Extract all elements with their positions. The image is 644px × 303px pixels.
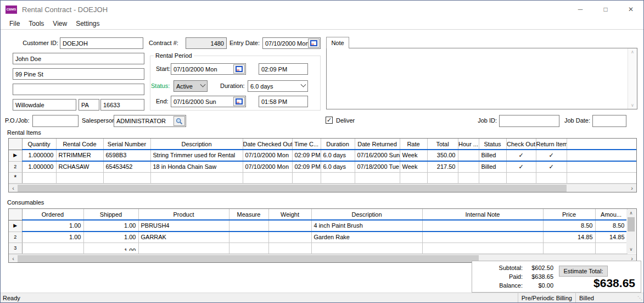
grid-cell[interactable]: ✓ (536, 161, 567, 173)
column-header[interactable]: Total (427, 139, 458, 150)
row-selector[interactable]: 2 (9, 161, 22, 173)
row-selector-header[interactable] (9, 209, 22, 220)
grid-cell[interactable]: ✓ (536, 150, 567, 161)
grid-cell[interactable]: RCHASAW (56, 161, 103, 173)
grid-cell[interactable]: 6.0 days (321, 150, 355, 161)
column-header[interactable]: Shipped (83, 209, 138, 220)
grid-cell[interactable] (243, 173, 292, 184)
job-date-input[interactable] (592, 115, 626, 127)
grid-cell[interactable]: GARRAK (138, 232, 229, 243)
column-header[interactable]: Price (543, 209, 595, 220)
grid-cell[interactable]: 8.50 (595, 220, 627, 232)
column-header[interactable]: Return Item (536, 139, 567, 150)
grid-cell[interactable]: 14.85 (595, 232, 627, 243)
grid-cell[interactable] (103, 173, 150, 184)
column-header[interactable]: Rate (400, 139, 427, 150)
menu-file[interactable]: File (5, 19, 24, 29)
grid-cell[interactable]: 1.00 (22, 220, 83, 232)
grid-cell[interactable] (22, 243, 83, 254)
column-header[interactable]: Check Out (506, 139, 536, 150)
table-row[interactable]: ▶1.001.00PBRUSH44 inch Paint Brush8.508.… (9, 220, 627, 232)
column-header[interactable]: Serial Number (103, 139, 150, 150)
grid-cell[interactable]: 14.85 (543, 232, 595, 243)
row-selector-header[interactable] (9, 139, 22, 150)
grid-cell[interactable] (22, 173, 56, 184)
customer-id-input[interactable]: DOEJOH (60, 37, 143, 49)
grid-cell[interactable] (268, 232, 311, 243)
column-header[interactable]: Status (479, 139, 506, 150)
entry-date-calendar-button[interactable] (308, 38, 320, 48)
rental-items-hscrollbar[interactable]: ‹ › (9, 184, 636, 192)
grid-cell[interactable]: Billed (479, 161, 506, 173)
column-header[interactable]: Product (138, 209, 229, 220)
deliver-checkbox[interactable]: ✓ (326, 117, 333, 124)
row-selector[interactable]: ▶ (9, 220, 22, 232)
address1-input[interactable]: 99 Pine St (13, 68, 144, 80)
grid-cell[interactable]: 1.00 (83, 220, 138, 232)
grid-cell[interactable]: ✓ (506, 150, 536, 161)
grid-cell[interactable] (595, 243, 627, 254)
row-selector[interactable]: 3 (9, 243, 22, 254)
column-header[interactable]: Duration (321, 139, 355, 150)
scrollbar-thumb[interactable] (628, 217, 635, 232)
entry-date-input[interactable]: 07/10/2000 Mon (262, 37, 321, 49)
grid-cell[interactable] (229, 220, 268, 232)
maximize-icon[interactable]: □ (593, 1, 618, 18)
scroll-right-icon[interactable]: › (628, 184, 636, 192)
duration-dropdown[interactable]: 6.0 days (248, 80, 308, 92)
grid-cell[interactable]: PBRUSH4 (138, 220, 229, 232)
grid-cell[interactable]: 65453452 (103, 161, 150, 173)
grid-cell[interactable] (311, 243, 422, 254)
scrollbar-thumb[interactable] (18, 255, 479, 262)
scroll-up-icon[interactable]: ∧ (630, 210, 633, 217)
grid-cell[interactable] (229, 232, 268, 243)
grid-cell[interactable] (479, 173, 506, 184)
grid-cell[interactable] (355, 173, 400, 184)
grid-cell[interactable] (543, 243, 595, 254)
grid-cell[interactable]: 6.0 days (321, 161, 355, 173)
grid-cell[interactable]: 07/10/2000 Mon (243, 150, 292, 161)
grid-cell[interactable] (56, 173, 103, 184)
grid-cell[interactable] (458, 150, 479, 161)
grid-cell[interactable]: 07/18/2000 Tue (355, 161, 400, 173)
menu-settings[interactable]: Settings (71, 19, 104, 29)
grid-cell[interactable]: String Trimmer used for Rental (150, 150, 243, 161)
row-selector[interactable]: * (9, 173, 22, 184)
job-id-input[interactable] (499, 115, 559, 127)
grid-cell[interactable]: ✓ (506, 161, 536, 173)
grid-cell[interactable]: 6598B3 (103, 150, 150, 161)
zip-input[interactable]: 16633 (100, 99, 144, 111)
tab-note[interactable]: Note (326, 37, 349, 48)
column-header[interactable]: Weight (268, 209, 311, 220)
grid-cell[interactable]: Garden Rake (311, 232, 422, 243)
city-input[interactable]: Willowdale (13, 99, 76, 111)
column-header[interactable]: Quantity (22, 139, 56, 150)
grid-cell[interactable]: Week (400, 150, 427, 161)
scroll-left-icon[interactable]: ‹ (9, 255, 18, 262)
grid-cell[interactable]: 1.000000 (22, 161, 56, 173)
scroll-down-icon[interactable]: ∨ (631, 103, 634, 108)
grid-cell[interactable] (422, 243, 543, 254)
grid-cell[interactable]: 1.00 (83, 243, 138, 254)
column-header[interactable]: Description (311, 209, 422, 220)
column-header[interactable]: Amou... (595, 209, 627, 220)
grid-cell[interactable] (268, 243, 311, 254)
grid-cell[interactable] (400, 173, 427, 184)
grid-cell[interactable]: 1.00 (22, 232, 83, 243)
grid-cell[interactable]: 1.00 (83, 232, 138, 243)
grid-cell[interactable] (458, 161, 479, 173)
column-header[interactable]: Date Returned (355, 139, 400, 150)
grid-cell[interactable]: RTRIMMER (56, 150, 103, 161)
grid-cell[interactable] (292, 173, 321, 184)
state-input[interactable]: PA (79, 99, 99, 111)
grid-cell[interactable] (506, 173, 536, 184)
resize-grip-icon[interactable]: ⋱ (636, 295, 643, 301)
note-textarea[interactable] (327, 48, 628, 109)
row-selector[interactable]: 2 (9, 232, 22, 243)
salesperson-search-button[interactable] (173, 116, 185, 126)
grid-cell[interactable]: Billed (479, 150, 506, 161)
scroll-up-icon[interactable]: ∧ (631, 49, 634, 54)
table-row[interactable]: * (9, 173, 636, 184)
menu-tools[interactable]: Tools (24, 19, 48, 29)
grid-cell[interactable] (268, 220, 311, 232)
